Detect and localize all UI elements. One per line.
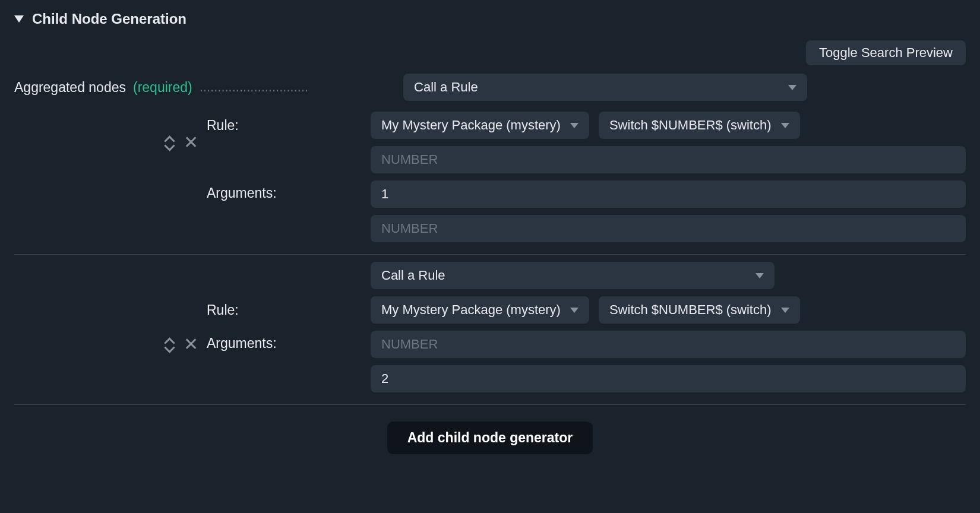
reorder-stepper[interactable]: [165, 338, 173, 351]
toggle-search-preview-button[interactable]: Toggle Search Preview: [806, 40, 966, 65]
rule-package-value: My Mystery Package (mystery): [381, 302, 561, 318]
child-node-row: ✕ Rule: My Mystery Package (mystery) Swi…: [14, 104, 966, 255]
dotted-leader: ..............................: [200, 80, 308, 95]
chevron-down-icon: [755, 273, 764, 278]
rule-label: Rule:: [204, 118, 365, 134]
argument-input[interactable]: [371, 331, 966, 358]
argument-value-wrap: [371, 180, 966, 208]
rule-switch-value: Switch $NUMBER$ (switch): [609, 118, 772, 133]
section-header[interactable]: Child Node Generation: [14, 7, 966, 38]
remove-row-button[interactable]: ✕: [184, 335, 198, 353]
footer-row: Add child node generator: [14, 412, 966, 454]
chevron-down-icon: [165, 346, 173, 351]
argument-input-wrap: [371, 146, 966, 173]
rule-package-select[interactable]: My Mystery Package (mystery): [371, 296, 589, 324]
chevron-down-icon: [781, 123, 789, 128]
chevron-up-icon: [165, 136, 173, 141]
aggregated-nodes-row: Aggregated nodes (required) ............…: [14, 70, 966, 101]
argument-input[interactable]: [371, 146, 966, 173]
chevron-down-icon: [570, 308, 578, 313]
node-action-select[interactable]: Call a Rule: [371, 262, 774, 289]
rule-label: Rule:: [204, 302, 365, 318]
row-controls: ✕: [136, 335, 198, 353]
rule-selects: My Mystery Package (mystery) Switch $NUM…: [371, 112, 966, 139]
child-node-generation-panel: Child Node Generation Toggle Search Prev…: [0, 0, 980, 468]
argument-input[interactable]: [371, 215, 966, 242]
node-action-value: Call a Rule: [381, 268, 445, 283]
aggregated-nodes-label: Aggregated nodes: [14, 80, 126, 96]
argument-inputs: [371, 331, 966, 392]
chevron-down-icon: [788, 85, 796, 90]
rule-package-select[interactable]: My Mystery Package (mystery): [371, 112, 589, 139]
rule-switch-value: Switch $NUMBER$ (switch): [609, 302, 772, 318]
arguments-label: Arguments:: [204, 331, 365, 352]
argument-value-input[interactable]: [371, 180, 966, 208]
chevron-down-icon: [165, 144, 173, 149]
aggregated-action-select[interactable]: Call a Rule: [403, 74, 807, 101]
arguments-label: Arguments:: [204, 180, 365, 201]
rule-package-value: My Mystery Package (mystery): [381, 118, 561, 133]
argument-input-wrap-2: [371, 215, 966, 242]
child-node-row: Call a Rule ✕ Rule: My Mystery Package (…: [14, 262, 966, 405]
add-child-node-generator-button[interactable]: Add child node generator: [387, 422, 593, 454]
aggregated-action-value: Call a Rule: [414, 80, 478, 95]
rule-switch-select[interactable]: Switch $NUMBER$ (switch): [599, 112, 800, 139]
chevron-down-icon: [781, 308, 789, 313]
argument-value-input[interactable]: [371, 365, 966, 392]
required-indicator: (required): [133, 80, 192, 96]
chevron-up-icon: [165, 338, 173, 343]
remove-row-button[interactable]: ✕: [184, 134, 198, 151]
row-controls: ✕: [136, 134, 198, 151]
toggle-row: Toggle Search Preview: [14, 38, 966, 70]
collapse-toggle-icon[interactable]: [14, 15, 24, 23]
section-title: Child Node Generation: [32, 11, 186, 27]
chevron-down-icon: [570, 123, 578, 128]
rule-switch-select[interactable]: Switch $NUMBER$ (switch): [599, 296, 800, 324]
reorder-stepper[interactable]: [165, 136, 173, 149]
rule-selects: My Mystery Package (mystery) Switch $NUM…: [371, 296, 966, 324]
